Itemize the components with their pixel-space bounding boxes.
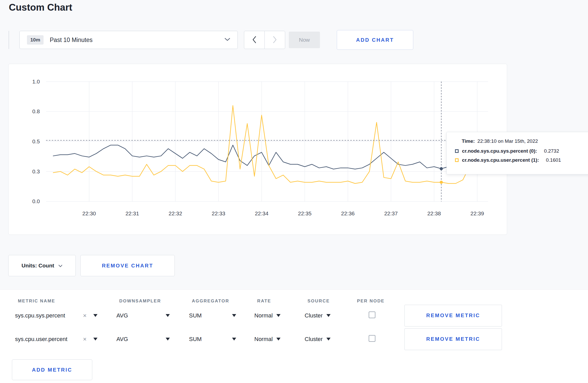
tooltip-series-value: 0.1601 (546, 157, 561, 163)
metrics-table: METRIC NAME DOWNSAMPLER AGGREGATOR RATE … (0, 289, 588, 383)
col-header-source: SOURCE (307, 299, 357, 304)
caret-down-icon (276, 314, 281, 317)
series-user-swatch-icon (455, 158, 459, 162)
col-header-aggregator: AGGREGATOR (192, 299, 257, 304)
clear-metric-icon[interactable]: × (83, 312, 87, 319)
caret-down-icon (93, 314, 97, 317)
col-header-downsampler: DOWNSAMPLER (119, 299, 192, 304)
caret-down-icon (93, 338, 97, 341)
source-value: Cluster (305, 312, 323, 319)
source-value: Cluster (305, 336, 323, 343)
svg-text:22:34: 22:34 (255, 210, 269, 216)
remove-metric-button[interactable]: REMOVE METRIC (404, 328, 502, 350)
svg-text:22:36: 22:36 (341, 210, 355, 216)
caret-down-icon (326, 314, 331, 317)
svg-text:22:37: 22:37 (384, 210, 398, 216)
tooltip-time-label: Time: (462, 138, 475, 144)
series-sys-swatch-icon (455, 149, 459, 153)
metric-name-value: sys.cpu.sys.percent (15, 312, 65, 319)
tooltip-time-value: 22:38:10 on Mar 15th, 2022 (477, 138, 538, 144)
tooltip-series-row: cr.node.sys.cpu.user.percent (1): 0.1601 (455, 157, 585, 163)
downsampler-value: AVG (116, 312, 128, 319)
tooltip-series-label: cr.node.sys.cpu.sys.percent (0): (462, 148, 537, 154)
aggregator-select[interactable]: SUM (189, 336, 236, 343)
tooltip-time-row: Time:22:38:10 on Mar 15th, 2022 (455, 138, 585, 144)
remove-chart-button[interactable]: REMOVE CHART (80, 255, 175, 276)
clear-metric-icon[interactable]: × (83, 336, 87, 343)
caret-down-icon (166, 338, 170, 341)
svg-text:0.5: 0.5 (32, 138, 40, 144)
svg-text:22:32: 22:32 (169, 210, 182, 216)
time-prev-button[interactable] (244, 31, 265, 49)
chevron-down-icon (225, 38, 230, 42)
caret-down-icon (276, 338, 281, 341)
chart-card: 0.00.30.50.81.022:3022:3122:3222:3322:34… (8, 64, 507, 235)
aggregator-value: SUM (189, 336, 202, 343)
time-next-button[interactable] (264, 31, 285, 49)
svg-text:0.8: 0.8 (32, 108, 40, 114)
units-select[interactable]: Units: Count (8, 255, 76, 276)
aggregator-select[interactable]: SUM (189, 312, 236, 319)
caret-down-icon (326, 338, 331, 341)
tooltip-series-label: cr.node.sys.cpu.user.percent (1): (462, 157, 539, 163)
rate-select[interactable]: Normal (254, 312, 305, 319)
rate-value: Normal (254, 336, 273, 343)
svg-text:22:33: 22:33 (212, 210, 225, 216)
add-chart-button[interactable]: ADD CHART (337, 30, 413, 50)
chevron-down-icon (58, 263, 62, 269)
line-chart[interactable]: 0.00.30.50.81.022:3022:3122:3222:3322:34… (9, 64, 507, 235)
toolbar-divider (9, 31, 9, 49)
col-header-rate: RATE (257, 299, 307, 304)
source-select[interactable]: Cluster (305, 336, 354, 343)
svg-text:22:30: 22:30 (82, 210, 96, 216)
units-label: Units: Count (22, 263, 54, 269)
now-button[interactable]: Now (289, 32, 320, 48)
caret-down-icon (232, 314, 236, 317)
caret-down-icon (166, 314, 170, 317)
downsampler-select[interactable]: AVG (116, 312, 170, 319)
caret-down-icon (232, 338, 236, 341)
svg-text:22:39: 22:39 (471, 210, 484, 216)
svg-text:0.3: 0.3 (32, 168, 40, 174)
metrics-table-header: METRIC NAME DOWNSAMPLER AGGREGATOR RATE … (0, 290, 588, 304)
tooltip-series-value: 0.2732 (544, 148, 559, 154)
rate-value: Normal (254, 312, 273, 319)
downsampler-select[interactable]: AVG (116, 336, 170, 343)
svg-text:1.0: 1.0 (32, 79, 40, 84)
page-title: Custom Chart (9, 2, 72, 13)
metric-row: sys.cpu.sys.percent × AVG SUM Normal Clu… (0, 304, 588, 327)
source-select[interactable]: Cluster (305, 312, 354, 319)
add-metric-button[interactable]: ADD METRIC (12, 359, 92, 380)
svg-text:22:35: 22:35 (298, 210, 311, 216)
chevron-left-icon (252, 36, 256, 44)
col-header-per-node: PER NODE (357, 299, 407, 304)
custom-chart-page: Custom Chart 10m Past 10 Minutes Now ADD… (0, 0, 588, 383)
rate-select[interactable]: Normal (254, 336, 305, 343)
time-range-label: Past 10 Minutes (50, 37, 93, 44)
per-node-checkbox[interactable] (369, 311, 375, 318)
svg-text:0.0: 0.0 (32, 198, 40, 204)
time-range-badge: 10m (27, 35, 44, 45)
svg-text:22:31: 22:31 (125, 210, 139, 216)
per-node-checkbox[interactable] (369, 335, 375, 342)
downsampler-value: AVG (116, 336, 128, 343)
time-range-select[interactable]: 10m Past 10 Minutes (19, 31, 238, 49)
tooltip-series-row: cr.node.sys.cpu.sys.percent (0): 0.2732 (455, 148, 585, 154)
metric-row: sys.cpu.user.percent × AVG SUM Normal Cl… (0, 327, 588, 351)
aggregator-value: SUM (189, 312, 202, 319)
metric-name-select[interactable]: sys.cpu.sys.percent × (15, 312, 97, 319)
metric-name-select[interactable]: sys.cpu.user.percent × (15, 336, 97, 343)
metric-name-value: sys.cpu.user.percent (15, 336, 67, 343)
chevron-right-icon (273, 36, 277, 44)
time-pager (244, 31, 285, 49)
chart-tooltip: Time:22:38:10 on Mar 15th, 2022 cr.node.… (446, 132, 588, 174)
svg-text:22:38: 22:38 (427, 210, 441, 216)
col-header-metric-name: METRIC NAME (18, 299, 119, 304)
remove-metric-button[interactable]: REMOVE METRIC (404, 305, 502, 327)
